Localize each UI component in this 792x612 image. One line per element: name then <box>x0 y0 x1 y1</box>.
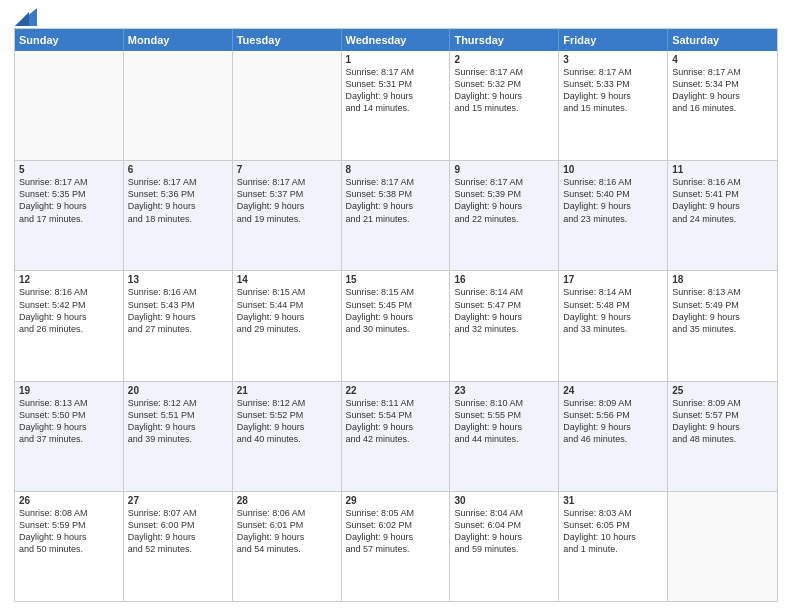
day-info: Sunrise: 8:17 AM Sunset: 5:39 PM Dayligh… <box>454 176 554 225</box>
day-number: 6 <box>128 164 228 175</box>
day-number: 28 <box>237 495 337 506</box>
day-number: 9 <box>454 164 554 175</box>
calendar-row: 1Sunrise: 8:17 AM Sunset: 5:31 PM Daylig… <box>15 51 777 160</box>
header <box>14 10 778 22</box>
day-cell: 20Sunrise: 8:12 AM Sunset: 5:51 PM Dayli… <box>124 382 233 491</box>
empty-cell <box>124 51 233 160</box>
day-cell: 15Sunrise: 8:15 AM Sunset: 5:45 PM Dayli… <box>342 271 451 380</box>
day-number: 21 <box>237 385 337 396</box>
day-number: 23 <box>454 385 554 396</box>
logo-icon <box>15 8 37 26</box>
day-number: 5 <box>19 164 119 175</box>
day-cell: 13Sunrise: 8:16 AM Sunset: 5:43 PM Dayli… <box>124 271 233 380</box>
day-info: Sunrise: 8:17 AM Sunset: 5:32 PM Dayligh… <box>454 66 554 115</box>
day-info: Sunrise: 8:17 AM Sunset: 5:34 PM Dayligh… <box>672 66 773 115</box>
day-cell: 7Sunrise: 8:17 AM Sunset: 5:37 PM Daylig… <box>233 161 342 270</box>
calendar-row: 5Sunrise: 8:17 AM Sunset: 5:35 PM Daylig… <box>15 160 777 270</box>
day-number: 20 <box>128 385 228 396</box>
weekday-header: Tuesday <box>233 29 342 51</box>
day-cell: 19Sunrise: 8:13 AM Sunset: 5:50 PM Dayli… <box>15 382 124 491</box>
empty-cell <box>233 51 342 160</box>
page: SundayMondayTuesdayWednesdayThursdayFrid… <box>0 0 792 612</box>
calendar-row: 19Sunrise: 8:13 AM Sunset: 5:50 PM Dayli… <box>15 381 777 491</box>
day-info: Sunrise: 8:08 AM Sunset: 5:59 PM Dayligh… <box>19 507 119 556</box>
day-number: 22 <box>346 385 446 396</box>
day-number: 10 <box>563 164 663 175</box>
day-info: Sunrise: 8:12 AM Sunset: 5:51 PM Dayligh… <box>128 397 228 446</box>
day-number: 17 <box>563 274 663 285</box>
day-number: 4 <box>672 54 773 65</box>
weekday-header: Monday <box>124 29 233 51</box>
day-info: Sunrise: 8:15 AM Sunset: 5:45 PM Dayligh… <box>346 286 446 335</box>
day-number: 27 <box>128 495 228 506</box>
day-cell: 31Sunrise: 8:03 AM Sunset: 6:05 PM Dayli… <box>559 492 668 601</box>
day-number: 3 <box>563 54 663 65</box>
day-number: 12 <box>19 274 119 285</box>
day-info: Sunrise: 8:15 AM Sunset: 5:44 PM Dayligh… <box>237 286 337 335</box>
day-cell: 2Sunrise: 8:17 AM Sunset: 5:32 PM Daylig… <box>450 51 559 160</box>
day-cell: 28Sunrise: 8:06 AM Sunset: 6:01 PM Dayli… <box>233 492 342 601</box>
day-info: Sunrise: 8:17 AM Sunset: 5:36 PM Dayligh… <box>128 176 228 225</box>
day-info: Sunrise: 8:12 AM Sunset: 5:52 PM Dayligh… <box>237 397 337 446</box>
logo <box>14 10 37 22</box>
empty-cell <box>668 492 777 601</box>
day-number: 1 <box>346 54 446 65</box>
day-info: Sunrise: 8:11 AM Sunset: 5:54 PM Dayligh… <box>346 397 446 446</box>
day-info: Sunrise: 8:10 AM Sunset: 5:55 PM Dayligh… <box>454 397 554 446</box>
day-cell: 8Sunrise: 8:17 AM Sunset: 5:38 PM Daylig… <box>342 161 451 270</box>
day-number: 11 <box>672 164 773 175</box>
weekday-header: Friday <box>559 29 668 51</box>
day-cell: 21Sunrise: 8:12 AM Sunset: 5:52 PM Dayli… <box>233 382 342 491</box>
day-number: 19 <box>19 385 119 396</box>
svg-marker-1 <box>15 12 29 26</box>
day-info: Sunrise: 8:09 AM Sunset: 5:57 PM Dayligh… <box>672 397 773 446</box>
day-cell: 16Sunrise: 8:14 AM Sunset: 5:47 PM Dayli… <box>450 271 559 380</box>
day-cell: 29Sunrise: 8:05 AM Sunset: 6:02 PM Dayli… <box>342 492 451 601</box>
day-info: Sunrise: 8:05 AM Sunset: 6:02 PM Dayligh… <box>346 507 446 556</box>
day-number: 26 <box>19 495 119 506</box>
day-number: 13 <box>128 274 228 285</box>
day-info: Sunrise: 8:17 AM Sunset: 5:37 PM Dayligh… <box>237 176 337 225</box>
day-info: Sunrise: 8:17 AM Sunset: 5:33 PM Dayligh… <box>563 66 663 115</box>
empty-cell <box>15 51 124 160</box>
day-info: Sunrise: 8:06 AM Sunset: 6:01 PM Dayligh… <box>237 507 337 556</box>
day-info: Sunrise: 8:14 AM Sunset: 5:48 PM Dayligh… <box>563 286 663 335</box>
day-cell: 4Sunrise: 8:17 AM Sunset: 5:34 PM Daylig… <box>668 51 777 160</box>
day-cell: 9Sunrise: 8:17 AM Sunset: 5:39 PM Daylig… <box>450 161 559 270</box>
day-info: Sunrise: 8:13 AM Sunset: 5:49 PM Dayligh… <box>672 286 773 335</box>
day-cell: 10Sunrise: 8:16 AM Sunset: 5:40 PM Dayli… <box>559 161 668 270</box>
weekday-header: Sunday <box>15 29 124 51</box>
day-cell: 12Sunrise: 8:16 AM Sunset: 5:42 PM Dayli… <box>15 271 124 380</box>
weekday-header: Wednesday <box>342 29 451 51</box>
day-number: 18 <box>672 274 773 285</box>
day-cell: 11Sunrise: 8:16 AM Sunset: 5:41 PM Dayli… <box>668 161 777 270</box>
day-info: Sunrise: 8:16 AM Sunset: 5:43 PM Dayligh… <box>128 286 228 335</box>
day-info: Sunrise: 8:17 AM Sunset: 5:35 PM Dayligh… <box>19 176 119 225</box>
day-cell: 1Sunrise: 8:17 AM Sunset: 5:31 PM Daylig… <box>342 51 451 160</box>
day-cell: 14Sunrise: 8:15 AM Sunset: 5:44 PM Dayli… <box>233 271 342 380</box>
weekday-header: Thursday <box>450 29 559 51</box>
weekday-header: Saturday <box>668 29 777 51</box>
day-cell: 26Sunrise: 8:08 AM Sunset: 5:59 PM Dayli… <box>15 492 124 601</box>
day-cell: 23Sunrise: 8:10 AM Sunset: 5:55 PM Dayli… <box>450 382 559 491</box>
day-info: Sunrise: 8:14 AM Sunset: 5:47 PM Dayligh… <box>454 286 554 335</box>
day-number: 8 <box>346 164 446 175</box>
day-cell: 18Sunrise: 8:13 AM Sunset: 5:49 PM Dayli… <box>668 271 777 380</box>
day-number: 16 <box>454 274 554 285</box>
day-info: Sunrise: 8:03 AM Sunset: 6:05 PM Dayligh… <box>563 507 663 556</box>
day-info: Sunrise: 8:09 AM Sunset: 5:56 PM Dayligh… <box>563 397 663 446</box>
calendar: SundayMondayTuesdayWednesdayThursdayFrid… <box>14 28 778 602</box>
day-info: Sunrise: 8:16 AM Sunset: 5:41 PM Dayligh… <box>672 176 773 225</box>
calendar-header: SundayMondayTuesdayWednesdayThursdayFrid… <box>15 29 777 51</box>
day-number: 31 <box>563 495 663 506</box>
day-number: 24 <box>563 385 663 396</box>
day-cell: 27Sunrise: 8:07 AM Sunset: 6:00 PM Dayli… <box>124 492 233 601</box>
day-number: 15 <box>346 274 446 285</box>
day-cell: 30Sunrise: 8:04 AM Sunset: 6:04 PM Dayli… <box>450 492 559 601</box>
day-number: 7 <box>237 164 337 175</box>
calendar-body: 1Sunrise: 8:17 AM Sunset: 5:31 PM Daylig… <box>15 51 777 601</box>
day-info: Sunrise: 8:04 AM Sunset: 6:04 PM Dayligh… <box>454 507 554 556</box>
day-number: 2 <box>454 54 554 65</box>
day-info: Sunrise: 8:13 AM Sunset: 5:50 PM Dayligh… <box>19 397 119 446</box>
calendar-row: 26Sunrise: 8:08 AM Sunset: 5:59 PM Dayli… <box>15 491 777 601</box>
